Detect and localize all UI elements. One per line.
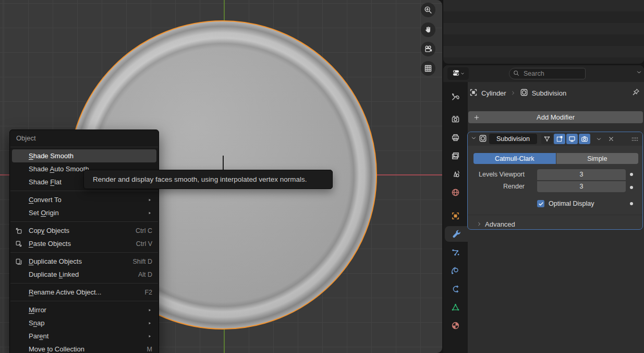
tab-data[interactable] (443, 299, 468, 315)
toggle-show-in-editmode[interactable] (554, 134, 565, 144)
menu-item-duplicate-objects[interactable]: Duplicate ObjectsShift D (12, 255, 156, 268)
tab-render[interactable] (443, 111, 468, 127)
tab-output[interactable] (443, 130, 468, 145)
gizmo-zoom-button[interactable] (421, 3, 435, 17)
context-menu-title: Object (10, 132, 159, 145)
wrench-icon (452, 230, 461, 239)
tab-object[interactable] (443, 208, 468, 223)
menu-item-shortcut: Ctrl C (136, 227, 152, 234)
particles-icon (451, 248, 460, 257)
decorator-dot[interactable] (630, 202, 633, 205)
segment-simple[interactable]: Simple (556, 153, 639, 164)
menu-item-label: Set Origin (29, 209, 145, 217)
modifier-extras-button[interactable] (593, 134, 604, 144)
toggle-show-in-viewport[interactable] (566, 134, 578, 144)
gizmo-pan-button[interactable] (421, 22, 435, 37)
search-box[interactable] (509, 68, 586, 79)
tab-world[interactable] (443, 184, 468, 200)
tab-material[interactable] (443, 317, 468, 333)
menu-item-copy-objects[interactable]: Copy ObjectsCtrl C (12, 224, 156, 237)
cage-icon (543, 135, 551, 143)
header-options-chevron-icon[interactable] (636, 69, 642, 77)
menu-separator (10, 252, 158, 253)
toggle-show-on-cage[interactable] (541, 134, 553, 144)
outliner-region[interactable] (443, 0, 644, 64)
breadcrumb-object[interactable]: Cylinder (469, 88, 506, 98)
menu-item-label: Copy Objects (29, 227, 130, 234)
gizmo-toggle-projection-button[interactable] (421, 61, 435, 76)
editor-type-button[interactable] (447, 67, 469, 80)
breadcrumb-modifier-label: Subdivision (532, 89, 567, 97)
breadcrumb: Cylinder Subdivision (469, 87, 566, 99)
advanced-section-toggle[interactable]: Advanced (477, 219, 515, 229)
gizmo-camera-view-button[interactable] (421, 42, 435, 56)
menu-item-shade-smooth[interactable]: Shade Smooth (12, 149, 156, 162)
render-label: Render (468, 183, 531, 190)
world-icon (451, 188, 460, 197)
camera-photo-icon (581, 135, 588, 143)
decorator-dot[interactable] (630, 173, 633, 176)
decorator-dot[interactable] (630, 186, 633, 189)
viewlayer-icon (451, 151, 460, 160)
render-field[interactable]: 3 (537, 181, 626, 192)
chevron-right-icon (477, 221, 482, 227)
menu-item-label: Duplicate Objects (29, 257, 127, 265)
object-icon (469, 88, 478, 98)
tab-view-layer[interactable] (443, 148, 468, 163)
toggle-show-in-render[interactable] (579, 134, 590, 144)
optimal-display-checkbox[interactable] (537, 200, 544, 207)
tab-physics[interactable] (443, 263, 468, 278)
menu-item-label: Snap (29, 319, 145, 327)
copy-icon (15, 227, 29, 234)
menu-item-paste-objects[interactable]: Paste ObjectsCtrl V (12, 237, 156, 250)
breadcrumb-object-label: Cylinder (481, 89, 506, 97)
search-input[interactable] (523, 69, 577, 78)
add-modifier-label: Add Modifier (537, 113, 575, 121)
chevron-right-icon (511, 89, 516, 97)
properties-editor-icon (452, 69, 460, 78)
menu-item-move-to-collection[interactable]: Move to CollectionM (12, 343, 156, 353)
tab-scene[interactable] (443, 166, 468, 182)
tab-tool[interactable] (443, 89, 468, 104)
menu-item-set-origin[interactable]: Set Origin (12, 206, 156, 219)
properties-header (443, 65, 644, 82)
subdivision-type-segment: Catmull-ClarkSimple (473, 153, 638, 164)
pin-icon[interactable] (632, 88, 640, 98)
subsurf-icon (520, 88, 528, 98)
menu-item-label: Parent (29, 332, 145, 340)
data-icon (451, 303, 460, 312)
menu-separator (10, 301, 158, 301)
material-icon (451, 321, 460, 330)
levels-viewport-field[interactable]: 3 (537, 169, 626, 180)
expand-chevron-icon[interactable] (471, 135, 477, 143)
menu-item-label: Convert To (29, 196, 145, 204)
render-row: Render 3 (468, 181, 642, 192)
menu-item-duplicate-linked[interactable]: Duplicate LinkedAlt D (12, 268, 156, 281)
menu-item-rename-active-object[interactable]: Rename Active Object...F2 (12, 286, 156, 299)
delete-modifier-button[interactable] (606, 134, 616, 144)
menu-separator (10, 221, 158, 222)
menu-item-shortcut: Shift D (132, 258, 152, 265)
subpanel-divider (468, 215, 642, 215)
menu-item-mirror[interactable]: Mirror (12, 303, 156, 316)
drag-handle[interactable] (631, 135, 639, 143)
tab-particles[interactable] (443, 244, 468, 260)
object-context-menu: Object Shade SmoothShade Auto SmoothShad… (9, 130, 159, 353)
physics-icon (451, 266, 460, 275)
tab-constraints[interactable] (443, 281, 468, 297)
menu-separator (10, 283, 158, 284)
check-icon (538, 201, 544, 207)
menu-item-shortcut: Alt D (138, 271, 152, 278)
add-modifier-button[interactable]: Add Modifier (468, 111, 643, 123)
segment-catmull-clark[interactable]: Catmull-Clark (473, 153, 556, 164)
modifier-name-field[interactable]: Subdivision (489, 134, 537, 144)
tab-modifiers[interactable] (445, 226, 468, 242)
editmode-icon (556, 135, 563, 143)
menu-item-parent[interactable]: Parent (12, 330, 156, 343)
menu-item-snap[interactable]: Snap (12, 316, 156, 330)
menu-item-shortcut: F2 (144, 289, 152, 296)
menu-item-convert-to[interactable]: Convert To (12, 193, 156, 206)
paste-icon (15, 240, 29, 248)
optimal-display-row: Optimal Display (537, 199, 594, 208)
breadcrumb-modifier[interactable]: Subdivision (520, 88, 567, 98)
